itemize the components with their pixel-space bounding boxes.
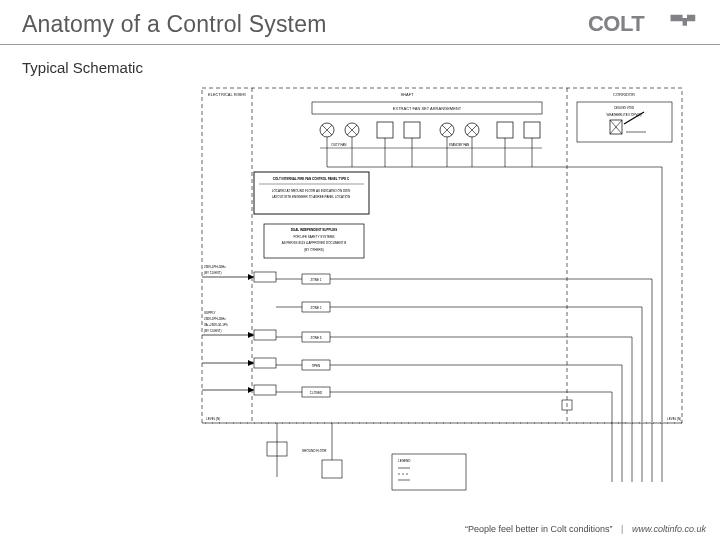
header-bar: Anatomy of a Control System COLT xyxy=(0,0,720,45)
svg-marker-70 xyxy=(248,360,254,366)
footer-separator: | xyxy=(621,524,623,534)
svg-text:DUTY FAN: DUTY FAN xyxy=(332,143,347,147)
svg-text:230V-1PH-50Hz: 230V-1PH-50Hz xyxy=(204,265,226,269)
footer-tagline: “People feel better in Colt conditions” xyxy=(465,524,613,534)
svg-text:LEGEND: LEGEND xyxy=(398,459,411,463)
page-title: Anatomy of a Control System xyxy=(22,11,327,38)
svg-text:230V-1PH-50Hz: 230V-1PH-50Hz xyxy=(204,317,226,321)
svg-text:CORRIDOR: CORRIDOR xyxy=(613,92,635,97)
svg-text:COLT: COLT xyxy=(588,11,645,36)
svg-rect-68 xyxy=(254,330,276,340)
svg-text:CEILING VOID: CEILING VOID xyxy=(614,106,635,110)
svg-text:AS PER BS 8519 & APPROVED DOCU: AS PER BS 8519 & APPROVED DOCUMENT B xyxy=(282,241,346,245)
svg-text:STANDBY FAN: STANDBY FAN xyxy=(449,143,470,147)
svg-rect-2 xyxy=(202,88,682,423)
svg-text:OPEN: OPEN xyxy=(312,364,321,368)
subtitle: Typical Schematic xyxy=(22,59,698,76)
svg-rect-71 xyxy=(254,358,276,368)
svg-text:ELECTRICAL RISER: ELECTRICAL RISER xyxy=(208,92,246,97)
svg-text:(BY CLIENT): (BY CLIENT) xyxy=(204,329,221,333)
svg-text:LOCATED AT GROUND FLOOR AS IND: LOCATED AT GROUND FLOOR AS INDICATED ON … xyxy=(272,189,351,193)
svg-text:LEVEL (N): LEVEL (N) xyxy=(206,417,220,421)
svg-text:(BY OTHERS): (BY OTHERS) xyxy=(304,248,323,252)
svg-rect-33 xyxy=(524,122,540,138)
svg-text:FOR LIFE SAFETY SYSTEMS: FOR LIFE SAFETY SYSTEMS xyxy=(293,235,334,239)
svg-rect-105 xyxy=(322,460,342,478)
svg-marker-60 xyxy=(248,274,254,280)
schematic-diagram: ELECTRICAL RISER SHAFT CORRIDOR EXTRACT … xyxy=(192,82,692,500)
svg-marker-73 xyxy=(248,387,254,393)
svg-rect-25 xyxy=(404,122,420,138)
svg-text:COLT INTERNAL FIRE FAN CONTROL: COLT INTERNAL FIRE FAN CONTROL PANEL TYP… xyxy=(273,177,350,181)
footer-url: www.coltinfo.co.uk xyxy=(632,524,706,534)
svg-marker-67 xyxy=(248,332,254,338)
fan-row xyxy=(320,122,540,138)
svg-text:3A +230V-50-1Ph: 3A +230V-50-1Ph xyxy=(204,323,228,327)
left-supplies: 230V-1PH-50Hz (BY CLIENT) SUPPLY 230V-1P… xyxy=(202,265,276,395)
svg-text:ZONE 1: ZONE 1 xyxy=(311,278,322,282)
svg-rect-24 xyxy=(377,122,393,138)
svg-rect-74 xyxy=(254,385,276,395)
svg-text:SUPPLY: SUPPLY xyxy=(204,311,216,315)
brand-logo: COLT xyxy=(588,10,698,38)
svg-rect-61 xyxy=(254,272,276,282)
svg-text:DUAL INDEPENDENT SUPPLIES: DUAL INDEPENDENT SUPPLIES xyxy=(291,228,337,232)
svg-text:LAYOUT/SITE ENGINEER TO AGREE : LAYOUT/SITE ENGINEER TO AGREE PANEL LOCA… xyxy=(272,195,350,199)
svg-text:ZONE 3: ZONE 3 xyxy=(311,336,322,340)
svg-text:EXTRACT FAN SET ARRANGEMENT: EXTRACT FAN SET ARRANGEMENT xyxy=(393,106,462,111)
svg-text:SHAFT: SHAFT xyxy=(400,92,414,97)
footer: “People feel better in Colt conditions” … xyxy=(465,524,706,534)
svg-text:GROUND FLOOR: GROUND FLOOR xyxy=(302,449,327,453)
slide-body: Typical Schematic ELECTRICAL RISER SHAFT… xyxy=(0,45,720,500)
zones: ZONE 1 ZONE 2 ZONE 3 OPEN CLO xyxy=(276,274,652,422)
svg-text:(BY CLIENT): (BY CLIENT) xyxy=(204,271,221,275)
svg-text:LEVEL (N): LEVEL (N) xyxy=(667,417,681,421)
svg-text:CLOSED: CLOSED xyxy=(310,391,323,395)
svg-text:ZONE 2: ZONE 2 xyxy=(311,306,322,310)
svg-rect-32 xyxy=(497,122,513,138)
